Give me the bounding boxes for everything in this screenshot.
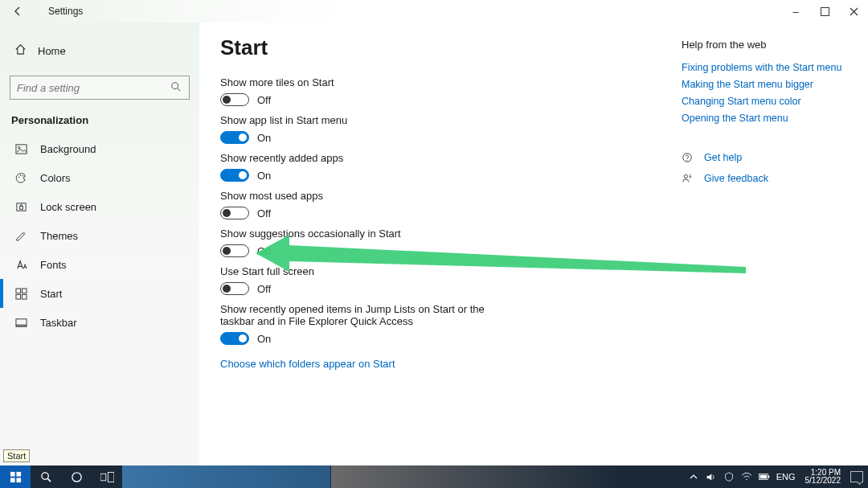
svg-rect-10 [22,288,27,293]
minimize-button[interactable]: – [781,0,810,23]
tray-chevron-icon[interactable] [688,471,699,482]
taskbar-cortana-button[interactable] [61,465,92,488]
svg-rect-29 [760,475,767,479]
sidebar-item-background[interactable]: Background [0,134,199,163]
svg-rect-0 [821,7,829,15]
taskbar-taskview-button[interactable] [92,465,122,488]
setting-row: Show suggestions occasionally in StartOf… [220,228,686,257]
toggle-state: On [257,333,271,345]
palette-icon [14,171,27,184]
back-button[interactable] [11,5,24,18]
toggle-state: On [257,170,271,182]
help-link[interactable]: Changing Start menu color [682,96,842,107]
sidebar-item-colors[interactable]: Colors [0,163,199,192]
picture-icon [14,142,27,155]
close-button[interactable] [839,0,868,23]
setting-row: Show recently opened items in Jump Lists… [220,303,686,345]
toggle-switch[interactable] [220,93,249,106]
svg-point-23 [41,472,47,478]
svg-rect-25 [100,474,106,481]
sidebar-item-label: Start [40,288,62,300]
page-title: Start [220,35,686,60]
setting-row: Show app list in Start menuOn [220,114,686,144]
taskbar-search-button[interactable] [31,465,61,488]
setting-label: Show app list in Start menu [220,114,510,126]
taskbar-active-app[interactable] [122,465,331,488]
taskbar[interactable]: ENG 1:20 PM 5/12/2022 [0,465,868,488]
lock-icon [14,200,27,213]
help-link[interactable]: Making the Start menu bigger [682,79,842,90]
tray-battery-icon[interactable] [759,471,770,482]
tray-wifi-icon[interactable] [741,471,752,482]
sidebar-item-taskbar[interactable]: Taskbar [0,308,199,337]
taskbar-start-button[interactable] [0,465,31,488]
setting-label: Show more tiles on Start [220,76,510,88]
get-help-label: Get help [704,152,742,163]
setting-row: Show recently added appsOn [220,152,686,182]
toggle-state: Off [257,207,271,219]
setting-label: Show recently opened items in Jump Lists… [220,303,510,327]
sidebar-item-fonts[interactable]: Fonts [0,250,199,279]
toggle-switch[interactable] [220,207,249,219]
search-input[interactable] [10,76,190,100]
toggle-switch[interactable] [220,131,249,144]
tray-volume-icon[interactable] [706,471,717,482]
theme-icon [14,229,27,242]
sidebar-home-label: Home [38,45,66,57]
svg-rect-14 [15,324,26,326]
sidebar-item-label: Colors [40,172,71,184]
setting-label: Show most used apps [220,190,510,202]
svg-point-3 [18,146,19,148]
setting-label: Show suggestions occasionally in Start [220,228,510,240]
font-icon [14,258,27,271]
svg-point-5 [19,174,21,176]
tray-clock[interactable]: 1:20 PM 5/12/2022 [805,469,841,486]
taskbar-icon [14,316,27,329]
maximize-button[interactable] [810,0,839,23]
tray-notifications-icon[interactable] [850,471,863,482]
setting-label: Show recently added apps [220,152,510,164]
svg-rect-22 [16,478,21,482]
toggle-switch[interactable] [220,169,249,182]
help-link[interactable]: Fixing problems with the Start menu [682,62,842,73]
start-icon [14,287,27,300]
help-link[interactable]: Opening the Start menu [682,113,842,124]
svg-rect-11 [15,294,20,299]
svg-point-24 [72,472,80,481]
setting-label: Use Start full screen [220,265,510,277]
svg-rect-19 [10,471,14,476]
svg-rect-21 [10,478,14,482]
search-icon [170,81,182,95]
taskbar-app-strip[interactable] [331,465,620,488]
toggle-switch[interactable] [220,332,249,345]
sidebar-item-label: Background [40,143,96,155]
toggle-switch[interactable] [220,244,249,257]
svg-point-16 [686,160,687,161]
svg-rect-26 [108,472,114,482]
tray-language[interactable]: ENG [776,472,796,482]
svg-point-6 [22,174,23,176]
sidebar-item-label: Lock screen [40,201,96,213]
get-help-action[interactable]: Get help [682,152,842,163]
sidebar-item-label: Themes [40,230,78,242]
toggle-state: Off [257,245,271,257]
tooltip: Start [3,449,30,462]
setting-row: Show most used appsOff [220,190,686,219]
help-heading: Help from the web [682,39,842,51]
give-feedback-action[interactable]: Give feedback [682,173,842,184]
tray-defender-icon[interactable] [723,471,735,482]
svg-rect-8 [19,206,23,209]
sidebar-item-themes[interactable]: Themes [0,221,199,250]
sidebar-item-start[interactable]: Start [0,279,199,308]
svg-rect-9 [15,288,20,293]
toggle-switch[interactable] [220,282,249,295]
sidebar-category: Personalization [0,108,199,134]
sidebar: Home Personalization BackgroundColorsLoc… [0,23,199,465]
svg-point-17 [684,174,687,178]
sidebar-home[interactable]: Home [0,37,199,64]
svg-rect-28 [768,475,769,478]
feedback-icon [682,173,693,184]
folders-link[interactable]: Choose which folders appear on Start [220,358,686,370]
svg-rect-12 [22,294,27,299]
sidebar-item-lock-screen[interactable]: Lock screen [0,192,199,221]
